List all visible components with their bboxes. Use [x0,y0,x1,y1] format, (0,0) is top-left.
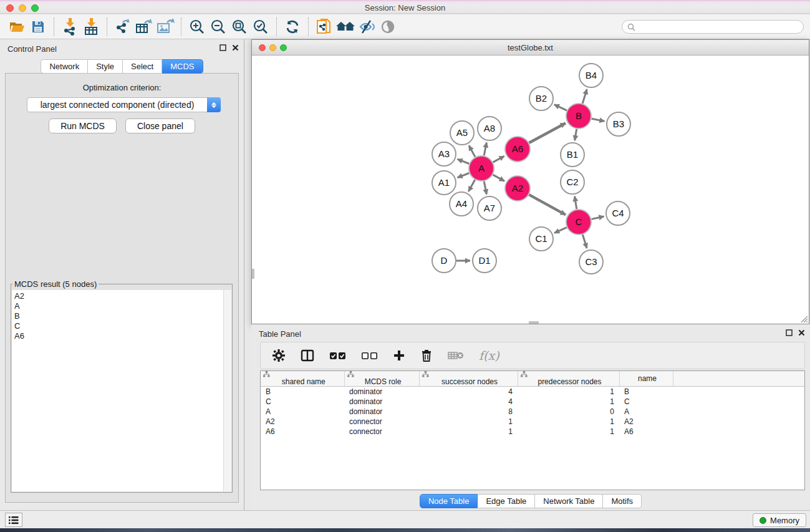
tab-node-table[interactable]: Node Table [420,494,478,508]
column-header-predecessor-nodes[interactable]: predecessor nodes [518,371,619,387]
memory-button[interactable]: Memory [753,513,806,527]
graph-edge[interactable] [458,159,470,163]
optimization-criterion-select[interactable]: largest connected component (directed) [27,97,221,112]
graph-edge[interactable] [458,173,470,178]
graph-edge[interactable] [529,123,566,143]
desktop-background-strip [0,528,810,532]
show-hide-details-icon[interactable] [356,17,377,37]
function-builder-icon[interactable]: f(x) [479,349,499,362]
result-item[interactable]: B [14,311,231,321]
tab-select[interactable]: Select [123,59,162,74]
zoom-out-icon[interactable] [208,17,229,37]
graph-edge[interactable] [575,129,577,141]
graph-edge[interactable] [529,195,566,215]
graph-edge[interactable] [575,196,577,210]
canvas-horizontal-scrollmark[interactable] [529,321,539,324]
close-panel-icon[interactable] [232,44,239,51]
graph-edge[interactable] [484,181,486,195]
tab-edge-table[interactable]: Edge Table [478,494,535,508]
clone-network-icon[interactable] [314,17,335,37]
delete-column-trash-icon[interactable] [420,349,433,362]
table-row[interactable]: Cdominator41C [261,397,804,407]
tab-mcds[interactable]: MCDS [162,59,203,74]
result-item[interactable]: A6 [14,331,231,341]
canvas-vertical-scrollmark[interactable] [252,269,254,279]
graph-edge[interactable] [554,228,567,233]
tab-motifs[interactable]: Motifs [603,494,642,508]
network-window-title: testGlobe.txt [252,43,809,52]
table-row[interactable]: A6connector11A6 [261,427,804,437]
export-table-icon[interactable] [133,17,155,37]
table-row[interactable]: A2connector11A2 [261,417,804,427]
graph-node-label: A7 [484,203,495,213]
tab-style[interactable]: Style [88,59,123,74]
graph-node-label: D1 [478,255,490,266]
graph-edge[interactable] [592,118,605,121]
import-table-icon[interactable] [80,17,102,37]
graph-edge[interactable] [469,145,475,157]
graph-node-label: A3 [438,148,450,159]
import-network-icon[interactable] [59,17,80,37]
column-header-name[interactable]: name [619,371,673,387]
add-column-icon[interactable] [393,349,405,362]
column-type-icon [422,371,429,377]
result-item[interactable]: A2 [14,291,231,301]
close-table-panel-icon[interactable] [798,329,805,336]
column-type-icon [263,371,270,377]
select-all-checkboxes-icon[interactable] [329,352,346,360]
mcds-result-list[interactable]: A2 A B C A6 [12,290,231,491]
table-row[interactable]: Bdominator41B [261,387,804,397]
tab-network-table[interactable]: Network Table [535,494,603,508]
delete-table-icon[interactable] [448,351,464,360]
graph-edge[interactable] [468,180,475,191]
zoom-in-icon[interactable] [186,17,208,37]
task-history-button[interactable] [5,513,22,527]
graph-node-label: C1 [535,233,547,244]
main-toolbar [0,15,810,39]
graph-node-label: B3 [613,118,624,129]
zoom-selected-icon[interactable] [250,17,271,37]
column-header-successor-nodes[interactable]: successor nodes [419,371,518,387]
network-graph[interactable]: B4B2BB3A5A8A6A3B1AA1C2A2A4A7CC4C1C3DD1 [252,56,809,324]
birds-eye-view-icon[interactable] [377,17,398,37]
graph-edge[interactable] [493,175,504,181]
unselect-all-checkboxes-icon[interactable] [361,352,378,360]
show-column-icon[interactable] [301,349,314,362]
column-header-mcds-role[interactable]: MCDS role [344,371,419,387]
node-table[interactable]: shared name MCDS role successor nodes pr… [260,370,805,490]
column-header-filler [673,371,804,387]
open-session-icon[interactable] [6,17,27,37]
column-header-shared-name[interactable]: shared name [261,371,344,387]
float-table-panel-icon[interactable] [786,329,793,336]
table-settings-gear-icon[interactable] [272,349,286,362]
graph-edge[interactable] [554,105,567,110]
network-canvas[interactable]: B4B2BB3A5A8A6A3B1AA1C2A2A4A7CC4C1C3DD1 [252,56,809,324]
graph-edge[interactable] [582,89,587,104]
search-field[interactable] [622,20,804,34]
network-window-titlebar[interactable]: testGlobe.txt [252,40,809,56]
select-stepper-icon [207,97,221,112]
save-session-icon[interactable] [27,17,49,37]
close-panel-button[interactable]: Close panel [125,118,195,133]
table-row[interactable]: Adominator80A [261,407,804,417]
result-item[interactable]: C [14,321,231,331]
result-item[interactable]: A [14,301,231,311]
zoom-fit-icon[interactable] [229,17,250,37]
graph-node-label: A4 [456,198,467,209]
search-input[interactable] [639,22,798,31]
table-panel: Table Panel [251,324,810,510]
resize-grip-icon[interactable] [799,314,808,323]
graph-edge[interactable] [582,235,587,248]
result-scrollbar[interactable] [223,290,231,491]
graph-edge[interactable] [592,216,604,219]
network-view-window: testGlobe.txt B4B2BB3A5A8A6A3B1AA1C2A2A4… [251,39,809,324]
graph-edge[interactable] [484,143,486,156]
export-image-icon[interactable] [155,17,176,37]
tab-network[interactable]: Network [41,59,88,74]
home-icon[interactable] [335,17,356,37]
graph-edge[interactable] [493,156,504,162]
run-mcds-button[interactable]: Run MCDS [49,118,117,133]
refresh-view-icon[interactable] [282,17,303,37]
export-network-icon[interactable] [112,17,133,37]
float-panel-icon[interactable] [219,44,226,51]
